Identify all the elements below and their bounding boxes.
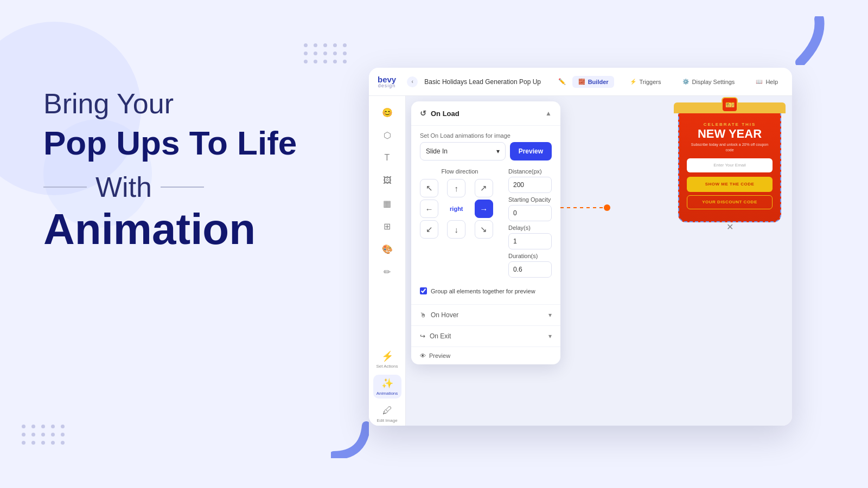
sidebar-video-icon[interactable]: ▦ <box>378 194 397 213</box>
preview-btn[interactable]: Preview <box>510 142 552 160</box>
on-hover-label: On Hover <box>431 311 458 319</box>
divider-right <box>161 187 204 188</box>
sidebar-gallery-icon[interactable]: ⊞ <box>378 216 397 236</box>
flow-direction-label: Flow direction <box>420 168 500 175</box>
flow-direction-area: Flow direction ↖ ↑ ↗ ← right → ↙ ↓ ↘ <box>420 168 500 281</box>
arrow-se[interactable]: ↘ <box>475 220 493 239</box>
ui-container: bevy design ‹ Basic Holidays Lead Genera… <box>369 68 792 426</box>
anim-arrow-tip <box>604 204 610 211</box>
canvas-area: ↺ On Load ▲ Set On Load animations for i… <box>406 96 792 426</box>
arrow-s[interactable]: ↓ <box>447 220 465 239</box>
arrow-sw[interactable]: ↙ <box>420 220 438 239</box>
arrow-n[interactable]: ↑ <box>447 179 465 197</box>
popup-inner: CELEBRATE THIS NEW YEAR Subscribe today … <box>679 108 780 221</box>
headline-line1: Bring Your <box>43 87 336 120</box>
on-exit-label: On Exit <box>430 332 451 340</box>
arrow-nw[interactable]: ↖ <box>420 179 438 197</box>
arrow-center-label: right <box>447 200 465 218</box>
triggers-icon: ⚡ <box>629 78 637 86</box>
sidebar: 😊 ⬡ T 🖼 ▦ ⊞ 🎨 ✏ ⚡ Set Actions ✨ Animatio… <box>369 96 406 426</box>
sidebar-image-icon[interactable]: 🖼 <box>378 171 397 190</box>
bg-curve-bottom <box>331 420 369 458</box>
flow-settings-area: Distance(px) Starting Opacity Delay(s) D… <box>508 168 552 281</box>
popup-subtitle: Subscribe today and unlock a 20% off cou… <box>687 142 773 153</box>
help-icon: 📖 <box>755 78 763 86</box>
sidebar-smiley-icon[interactable]: 😊 <box>378 102 397 122</box>
preview-eye-icon: 👁 <box>420 352 426 359</box>
logo-design: design <box>378 84 396 88</box>
arrow-grid: ↖ ↑ ↗ ← right → ↙ ↓ ↘ <box>420 179 500 239</box>
bg-dots-bottom <box>22 425 66 445</box>
delay-input[interactable] <box>508 233 552 249</box>
headline-line2: Pop Ups To Life <box>43 125 336 162</box>
anim-arrow-line <box>560 207 604 208</box>
top-bar-actions: 🧱 Builder ⚡ Triggers ⚙️ Display Settings… <box>572 76 783 88</box>
help-btn[interactable]: 📖 Help <box>750 76 783 88</box>
builder-icon: 🧱 <box>578 78 585 86</box>
opacity-input[interactable] <box>508 205 552 221</box>
bg-dots-top <box>304 43 348 63</box>
on-load-icon: ↺ <box>420 109 426 118</box>
group-checkbox-label: Group all elements together for preview <box>431 288 535 294</box>
edit-image-icon: 🖊 <box>382 405 392 416</box>
preview-bar-button[interactable]: 👁 Preview <box>420 352 552 359</box>
arrow-ne[interactable]: ↗ <box>475 179 493 197</box>
popup-discount-btn[interactable]: YOUR DISCOUNT CODE <box>687 195 773 209</box>
nav-back-button[interactable]: ‹ <box>407 76 418 87</box>
edit-icon[interactable]: ✏️ <box>558 78 566 85</box>
on-load-label: On Load <box>431 110 459 118</box>
headline-line4: Animation <box>43 208 336 251</box>
select-row: Slide In ▾ Preview <box>420 142 552 160</box>
main-area: 😊 ⬡ T 🖼 ▦ ⊞ 🎨 ✏ ⚡ Set Actions ✨ Animatio… <box>369 96 792 426</box>
distance-label: Distance(px) <box>508 168 552 175</box>
duration-input[interactable] <box>508 261 552 278</box>
arrow-e[interactable]: → <box>475 200 493 218</box>
group-checkbox[interactable] <box>420 287 427 294</box>
animation-select[interactable]: Slide In ▾ <box>420 142 506 160</box>
popup-cta-btn[interactable]: SHOW ME THE CODE <box>687 177 773 192</box>
on-hover-icon: 🖱 <box>420 311 426 319</box>
popup-preview: 🎫 CELEBRATE THIS NEW YEAR Subscribe toda… <box>678 107 781 222</box>
distance-input[interactable] <box>508 177 552 193</box>
arrow-w[interactable]: ← <box>420 200 438 218</box>
sidebar-text-icon[interactable]: T <box>378 148 397 168</box>
sidebar-paint-icon[interactable]: 🎨 <box>378 239 397 259</box>
page-title: Basic Holidays Lead Generation Pop Up <box>424 78 556 86</box>
on-hover-chevron: ▾ <box>548 311 552 319</box>
bg-curve-top-right <box>776 16 825 65</box>
set-actions-icon: ⚡ <box>381 350 393 362</box>
left-section: Bring Your Pop Ups To Life With Animatio… <box>43 87 336 251</box>
animations-btn[interactable]: ✨ Animations <box>373 375 401 399</box>
triggers-btn[interactable]: ⚡ Triggers <box>624 76 667 88</box>
display-icon: ⚙️ <box>682 78 690 86</box>
animations-icon: ✨ <box>381 377 393 389</box>
headline-line3: With <box>43 171 336 203</box>
select-chevron: ▾ <box>496 147 500 155</box>
edit-image-btn[interactable]: 🖊 Edit Image <box>373 402 401 426</box>
anim-arrow <box>560 204 610 211</box>
on-load-header[interactable]: ↺ On Load ▲ <box>411 101 560 126</box>
animation-panel: ↺ On Load ▲ Set On Load animations for i… <box>411 101 560 364</box>
on-load-chevron: ▲ <box>545 110 552 117</box>
sidebar-shapes-icon[interactable]: ⬡ <box>378 125 397 145</box>
preview-bar: 👁 Preview <box>411 346 560 364</box>
divider-left <box>43 187 87 188</box>
flow-section: Flow direction ↖ ↑ ↗ ← right → ↙ ↓ ↘ <box>420 168 552 281</box>
anim-field-label: Set On Load animations for image <box>420 132 552 139</box>
opacity-label: Starting Opacity <box>508 196 552 203</box>
display-settings-btn[interactable]: ⚙️ Display Settings <box>676 76 741 88</box>
on-hover-section[interactable]: 🖱 On Hover ▾ <box>411 304 560 325</box>
set-actions-btn[interactable]: ⚡ Set Actions <box>373 348 401 371</box>
duration-label: Duration(s) <box>508 253 552 259</box>
popup-email-input[interactable]: Enter Your Email <box>687 158 773 172</box>
on-exit-section[interactable]: ↪ On Exit ▾ <box>411 325 560 346</box>
popup-close[interactable]: ✕ <box>726 222 733 232</box>
popup-celebrate: CELEBRATE THIS <box>687 122 773 127</box>
delay-label: Delay(s) <box>508 224 552 231</box>
on-load-body: Set On Load animations for image Slide I… <box>411 126 560 304</box>
top-bar: bevy design ‹ Basic Holidays Lead Genera… <box>369 68 792 96</box>
logo-area: bevy design <box>378 75 396 88</box>
popup-new-year: NEW YEAR <box>687 128 773 140</box>
sidebar-edit-icon[interactable]: ✏ <box>378 262 397 281</box>
builder-btn[interactable]: 🧱 Builder <box>572 76 614 88</box>
